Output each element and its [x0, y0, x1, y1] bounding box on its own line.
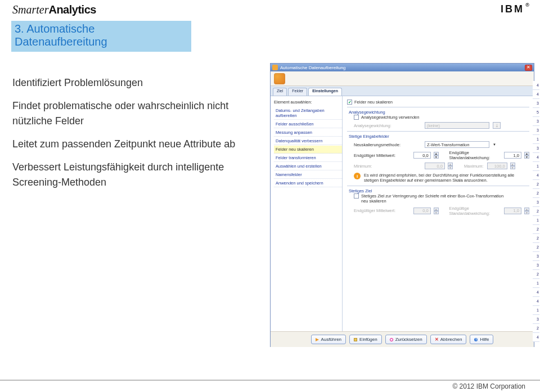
- method-label: Neuskalierungsmethode:: [354, 142, 421, 147]
- edge-number: 5: [533, 108, 539, 117]
- left-item-select[interactable]: Auswählen und erstellen: [274, 163, 342, 170]
- help-icon: ?: [474, 338, 478, 341]
- left-panel-title: Element auswählen:: [274, 100, 342, 105]
- t-std-spinner[interactable]: ▲▼: [524, 208, 529, 214]
- weight-select[interactable]: (keine): [425, 122, 489, 129]
- left-item-exclude[interactable]: Felder ausschließen: [274, 120, 342, 128]
- tab-bar: Ziel Felder Einstellungen: [271, 86, 534, 96]
- paste-label: Einfügen: [359, 337, 377, 342]
- dialog-titlebar[interactable]: Automatische Datenaufbereitung ✕: [271, 64, 534, 71]
- checkbox-rescale-label: Felder neu skalieren: [354, 100, 393, 105]
- edge-number: 4: [533, 153, 539, 162]
- bullet-3: Leitet zum passenden Zeitpunkt neue Attr…: [12, 137, 249, 152]
- checkbox-target-label: Stetiges Ziel zur Verringerung der Schie…: [361, 193, 507, 204]
- dialog-title: Automatische Datenaufbereitung: [280, 65, 525, 70]
- left-item-measure[interactable]: Messung anpassen: [274, 129, 342, 137]
- weight-picker-button[interactable]: ⤓: [493, 122, 501, 129]
- max-spinner[interactable]: ▲▼: [510, 163, 515, 169]
- play-icon: [316, 338, 319, 341]
- edge-number: 2: [533, 270, 539, 279]
- edge-number: 3: [533, 117, 539, 126]
- mean-spinner[interactable]: ▲▼: [434, 152, 439, 159]
- t-mean-spinner[interactable]: ▲▼: [434, 208, 439, 214]
- help-button[interactable]: ?Hilfe: [470, 335, 493, 344]
- ibm-logo: IBM: [501, 3, 524, 15]
- edge-number: 3: [533, 252, 539, 261]
- fieldset-target-title: Stetiges Ziel: [347, 188, 374, 193]
- method-select[interactable]: Z-Wert-Transformation: [425, 141, 489, 148]
- left-item-names[interactable]: Namensfelder: [274, 171, 342, 179]
- fieldset-inputs-title: Stetige Eingabefelder: [347, 134, 391, 139]
- edge-number: 3: [533, 126, 539, 135]
- edge-number: 2: [533, 324, 539, 333]
- std-input[interactable]: 1,0: [504, 152, 521, 159]
- bullet-1: Identifiziert Problemlösungen: [12, 75, 249, 91]
- left-item-rescale[interactable]: Felder neu skalieren: [274, 146, 342, 154]
- left-item-dates[interactable]: Datums- und Zeitangaben aufbereiten: [274, 107, 342, 120]
- cancel-button[interactable]: ✕Abbrechen: [430, 335, 467, 344]
- tab-einstellungen[interactable]: Einstellungen: [308, 88, 342, 96]
- dialog-icon: [272, 65, 278, 70]
- fieldset-weight-title: Analysegewichtung: [347, 110, 387, 115]
- cancel-label: Abbrechen: [440, 337, 462, 342]
- left-item-quality[interactable]: Datenqualität verbessern: [274, 137, 342, 145]
- edge-number: 3: [533, 144, 539, 153]
- edge-number: 4: [533, 297, 539, 306]
- reset-icon: [390, 338, 393, 341]
- chevron-down-icon[interactable]: ▼: [493, 143, 496, 146]
- brand-part2: Analytics: [48, 3, 96, 16]
- std-spinner[interactable]: ▲▼: [524, 152, 529, 159]
- min-label: Minimum:: [354, 164, 421, 169]
- edge-number: 3: [533, 315, 539, 324]
- checkbox-weight-label: Analysegewichtung verwenden: [361, 115, 419, 120]
- bullet-2: Findet problematische oder wahrscheinlic…: [12, 98, 249, 129]
- close-icon[interactable]: ✕: [525, 65, 532, 71]
- paste-button[interactable]: Einfügen: [349, 335, 382, 344]
- edge-number: 4: [533, 333, 539, 342]
- edge-number: 3: [533, 198, 539, 207]
- dialog-button-bar: Ausführen Einfügen Zurücksetzen ✕Abbrech…: [271, 331, 534, 347]
- max-label: Maximum:: [464, 164, 484, 169]
- t-std-label: Endgültige Standardabweichung:: [449, 206, 500, 216]
- edge-number: 2: [533, 234, 539, 243]
- mean-input[interactable]: 0,0: [413, 152, 431, 159]
- max-input[interactable]: 100,0: [487, 163, 507, 169]
- t-mean-input[interactable]: 0,0: [413, 208, 431, 214]
- run-label: Ausführen: [321, 337, 341, 342]
- edge-number: 2: [533, 180, 539, 189]
- edge-number: 3: [533, 99, 539, 108]
- min-spinner[interactable]: ▲▼: [448, 163, 453, 169]
- body-text: Identifiziert Problemlösungen Findet pro…: [12, 75, 249, 190]
- info-text: Es wird dringend empfohlen, bei der Durc…: [364, 173, 529, 183]
- dialog-window: Automatische Datenaufbereitung ✕ Ziel Fe…: [270, 63, 534, 347]
- edge-number: 2: [533, 243, 539, 252]
- reset-label: Zurücksetzen: [395, 337, 422, 342]
- edge-number: 1: [533, 216, 539, 225]
- min-input[interactable]: 0,0: [425, 163, 445, 169]
- std-label: Endgültige Standardabweichung:: [449, 150, 500, 160]
- left-panel: Element auswählen: Datums- und Zeitangab…: [271, 96, 343, 331]
- edge-number: 4: [533, 288, 539, 297]
- help-label: Hilfe: [480, 337, 489, 342]
- paste-icon: [354, 338, 357, 341]
- weight-label: Analysegewichtung:: [354, 123, 421, 128]
- dialog-toolbar: [271, 71, 534, 86]
- t-std-input[interactable]: 1,0: [504, 208, 521, 214]
- left-item-transform[interactable]: Felder transformieren: [274, 154, 342, 162]
- checkbox-rescale[interactable]: ✔: [347, 100, 352, 105]
- checkbox-weight[interactable]: [354, 115, 359, 120]
- edge-number: 4: [533, 171, 539, 180]
- left-item-apply[interactable]: Anwenden und speichern: [274, 179, 342, 187]
- edge-number: 3: [533, 261, 539, 270]
- tab-ziel[interactable]: Ziel: [273, 88, 287, 96]
- edge-numbers-column: 44353313414223212223321441324: [533, 81, 539, 342]
- edge-number: 2: [533, 189, 539, 198]
- tab-felder[interactable]: Felder: [288, 88, 307, 96]
- gear-icon[interactable]: [274, 73, 285, 84]
- edge-number: 1: [533, 162, 539, 171]
- edge-number: 4: [533, 90, 539, 99]
- checkbox-target[interactable]: [354, 193, 359, 199]
- run-button[interactable]: Ausführen: [311, 335, 346, 344]
- section-title: 3. Automatische Datenaufbereitung: [15, 22, 188, 48]
- reset-button[interactable]: Zurücksetzen: [385, 335, 427, 344]
